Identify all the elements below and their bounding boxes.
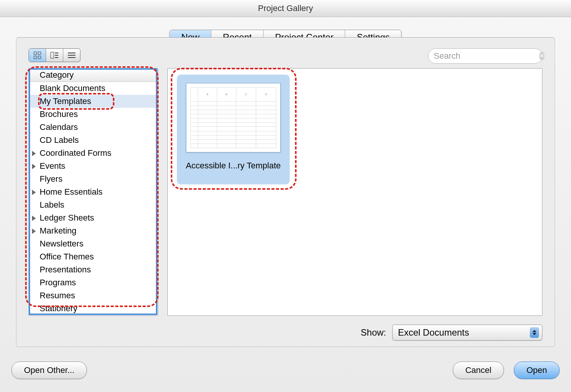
view-list-icon bbox=[67, 52, 76, 59]
template-item[interactable]: ABCD bbox=[177, 75, 290, 184]
col-d: D bbox=[256, 88, 276, 102]
sidebar-item-label: Stationery bbox=[40, 304, 77, 313]
sidebar-item-label: Flyers bbox=[40, 174, 63, 184]
sidebar-item-label: Resumes bbox=[40, 291, 75, 300]
sidebar-item-home-essentials[interactable]: Home Essentials bbox=[29, 186, 158, 198]
col-a: A bbox=[198, 88, 217, 102]
open-other-button[interactable]: Open Other... bbox=[11, 362, 87, 379]
sidebar-item-labels[interactable]: Labels bbox=[29, 198, 158, 211]
show-popup[interactable]: Excel Documents bbox=[392, 325, 542, 341]
sidebar-item-calendars[interactable]: Calendars bbox=[29, 121, 158, 134]
clear-search-icon[interactable]: ✕ bbox=[539, 52, 544, 60]
search-input[interactable] bbox=[433, 51, 539, 61]
sidebar-item-brochures[interactable]: Brochures bbox=[29, 108, 158, 121]
sidebar-item-label: Ledger Sheets bbox=[40, 213, 94, 222]
view-list-button[interactable] bbox=[63, 49, 80, 62]
sidebar-item-programs[interactable]: Programs bbox=[29, 276, 158, 289]
category-header: Category bbox=[29, 69, 158, 82]
sidebar-item-label: Home Essentials bbox=[40, 187, 103, 197]
sidebar-item-label: Labels bbox=[40, 200, 64, 210]
template-grid: ABCD bbox=[167, 68, 542, 316]
sidebar-item-label: Brochures bbox=[40, 109, 78, 119]
sidebar-item-label: Office Themes bbox=[40, 252, 94, 261]
sidebar-item-presentations[interactable]: Presentations bbox=[29, 263, 158, 276]
sidebar-item-events[interactable]: Events bbox=[29, 160, 158, 173]
view-columns-icon bbox=[50, 52, 59, 59]
sidebar-item-label: Newsletters bbox=[40, 239, 83, 248]
open-button[interactable]: Open bbox=[514, 362, 560, 379]
sidebar-item-resumes[interactable]: Resumes bbox=[29, 289, 158, 302]
sidebar-item-flyers[interactable]: Flyers bbox=[29, 173, 158, 186]
window-title: Project Gallery bbox=[0, 0, 571, 17]
sidebar-item-office-themes[interactable]: Office Themes bbox=[29, 250, 158, 263]
popup-arrows-icon bbox=[530, 327, 539, 338]
show-label: Show: bbox=[361, 327, 386, 338]
view-columns-button[interactable] bbox=[46, 49, 63, 62]
template-preview: ABCD bbox=[186, 83, 281, 152]
sidebar-item-label: Marketing bbox=[40, 226, 77, 235]
sidebar-item-ledger-sheets[interactable]: Ledger Sheets bbox=[29, 211, 158, 224]
disclosure-triangle-icon bbox=[32, 216, 36, 221]
sidebar-item-label: Events bbox=[40, 161, 65, 171]
sidebar-item-cd-labels[interactable]: CD Labels bbox=[29, 134, 158, 147]
sidebar-item-label: Programs bbox=[40, 278, 76, 287]
project-gallery-window: Project Gallery New Recent Project Cente… bbox=[0, 0, 571, 392]
sidebar-item-label: Coordinated Forms bbox=[40, 148, 111, 158]
view-grid-button[interactable] bbox=[29, 49, 46, 62]
template-label: Accessible I...ry Template bbox=[177, 161, 290, 171]
svg-rect-1 bbox=[38, 52, 41, 54]
content-panel: ✕ Category Blank DocumentsMy TemplatesBr… bbox=[16, 37, 555, 347]
view-grid-icon bbox=[34, 51, 41, 59]
sidebar-item-newsletters[interactable]: Newsletters bbox=[29, 237, 158, 250]
sidebar-item-coordinated-forms[interactable]: Coordinated Forms bbox=[29, 147, 158, 160]
button-row: Open Other... Cancel Open bbox=[11, 362, 560, 381]
show-value: Excel Documents bbox=[398, 327, 469, 338]
disclosure-triangle-icon bbox=[32, 229, 36, 234]
cancel-button[interactable]: Cancel bbox=[453, 362, 504, 379]
sidebar-item-label: Calendars bbox=[40, 122, 78, 132]
svg-rect-2 bbox=[34, 56, 37, 59]
svg-rect-0 bbox=[34, 52, 37, 54]
category-sidebar: Category Blank DocumentsMy TemplatesBroc… bbox=[29, 68, 158, 316]
sidebar-item-label: Blank Documents bbox=[40, 83, 105, 93]
col-c: C bbox=[236, 88, 256, 102]
sidebar-item-blank-documents[interactable]: Blank Documents bbox=[29, 82, 158, 95]
sidebar-item-label: CD Labels bbox=[40, 135, 79, 145]
disclosure-triangle-icon bbox=[32, 164, 36, 169]
search-field[interactable]: ✕ bbox=[428, 48, 542, 64]
disclosure-triangle-icon bbox=[32, 190, 36, 195]
svg-rect-3 bbox=[38, 56, 41, 59]
view-mode-segmented bbox=[29, 48, 80, 62]
disclosure-triangle-icon bbox=[32, 151, 36, 156]
sidebar-item-my-templates[interactable]: My Templates bbox=[29, 95, 158, 108]
sidebar-item-label: Presentations bbox=[40, 265, 91, 274]
sidebar-item-stationery[interactable]: Stationery bbox=[29, 302, 158, 315]
col-b: B bbox=[217, 88, 236, 102]
sidebar-item-label: My Templates bbox=[40, 96, 91, 106]
sidebar-item-marketing[interactable]: Marketing bbox=[29, 224, 158, 237]
svg-rect-4 bbox=[51, 52, 54, 58]
show-filter-row: Show: Excel Documents bbox=[16, 325, 555, 341]
